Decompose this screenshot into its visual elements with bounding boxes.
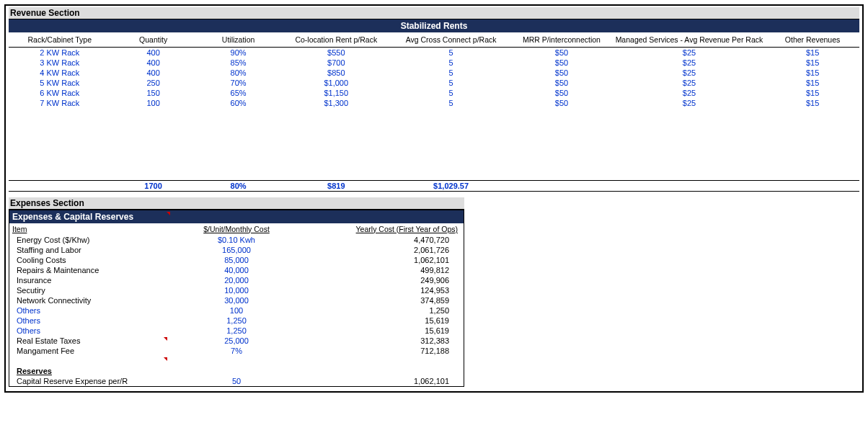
revenue-section-title: Revenue Section <box>9 7 859 19</box>
expense-year: 2,061,726 <box>305 245 464 255</box>
header-item: Item <box>9 223 169 235</box>
cell-other: $15 <box>766 48 859 58</box>
expense-year: 15,619 <box>305 316 464 326</box>
cell-rack: 5 KW Rack <box>9 78 111 88</box>
expense-year: 712,188 <box>305 346 464 356</box>
total-cross: $1,029.57 <box>391 180 510 191</box>
expense-row: Energy Cost ($/Khw)$0.10 Kwh4,470,720 <box>9 235 464 245</box>
expenses-header-row: Item $/Unit/Monthly Cost Yearly Cost (Fi… <box>9 223 464 235</box>
header-util: Utilization <box>196 32 281 48</box>
cell-util: 60% <box>196 98 281 108</box>
cell-colo: $1,000 <box>281 78 391 88</box>
reserves-header-row: Reserves <box>9 366 464 376</box>
cell-cross: 5 <box>391 98 510 108</box>
expense-year: 249,906 <box>305 275 464 285</box>
cell-qty: 150 <box>111 88 196 98</box>
expense-label: Secutiry <box>9 285 169 295</box>
expense-label: Mangament Fee <box>9 346 169 356</box>
expense-cost: 85,000 <box>169 255 305 265</box>
expense-cost: 25,000 <box>169 336 305 346</box>
header-rack: Rack/Cabinet Type <box>9 32 111 48</box>
revenue-row: 3 KW Rack40085%$7005$50$25$15 <box>9 58 859 68</box>
revenue-totals-row: 1700 80% $819 $1,029.57 <box>9 180 859 191</box>
cell-mrr: $50 <box>510 58 613 68</box>
expense-year: 1,250 <box>305 305 464 316</box>
expense-label: Others <box>9 316 169 326</box>
header-cost: $/Unit/Monthly Cost <box>169 223 305 235</box>
cell-rack: 7 KW Rack <box>9 98 111 108</box>
cell-managed: $25 <box>613 98 766 108</box>
reserve-row: Capital Reserve Expense per/R 50 1,062,1… <box>9 376 464 386</box>
reserve-label: Capital Reserve Expense per/R <box>9 376 169 386</box>
expense-year: 499,812 <box>305 265 464 275</box>
header-other: Other Revenues <box>766 32 859 48</box>
total-util: 80% <box>196 180 281 191</box>
reserves-header: Reserves <box>9 366 169 376</box>
expense-cost: 10,000 <box>169 285 305 295</box>
revenue-row: 2 KW Rack40090%$5505$50$25$15 <box>9 48 859 58</box>
revenue-row: 5 KW Rack25070%$1,0005$50$25$15 <box>9 78 859 88</box>
cell-managed: $25 <box>613 58 766 68</box>
expense-cost: 1,250 <box>169 326 305 336</box>
comment-marker-icon <box>164 210 172 220</box>
expense-label: Network Connectivity <box>9 295 169 305</box>
expense-label: Repairs & Maintenance <box>9 265 169 275</box>
cell-mrr: $50 <box>510 68 613 78</box>
stabilized-rents-banner: Stabilized Rents <box>9 19 859 32</box>
header-mrr: MRR P/interconnection <box>510 32 613 48</box>
cell-rack: 3 KW Rack <box>9 58 111 68</box>
cell-colo: $550 <box>281 48 391 58</box>
cell-other: $15 <box>766 88 859 98</box>
expense-row: Staffing and Labor165,0002,061,726 <box>9 245 464 255</box>
expense-cost: 100 <box>169 305 305 316</box>
expense-label: Insurance <box>9 275 169 285</box>
cell-managed: $25 <box>613 68 766 78</box>
reserve-cost: 50 <box>169 376 305 386</box>
comment-marker-row <box>9 356 464 362</box>
expense-row: Cooling Costs85,0001,062,101 <box>9 255 464 265</box>
cell-mrr: $50 <box>510 78 613 88</box>
cell-other: $15 <box>766 98 859 108</box>
cell-colo: $850 <box>281 68 391 78</box>
expense-year: 4,470,720 <box>305 235 464 245</box>
cell-cross: 5 <box>391 78 510 88</box>
reserve-year: 1,062,101 <box>305 376 464 386</box>
total-qty: 1700 <box>111 180 196 191</box>
expense-year: 15,619 <box>305 326 464 336</box>
cell-other: $15 <box>766 78 859 88</box>
expense-label: Real Estate Taxes <box>9 336 169 346</box>
cell-managed: $25 <box>613 78 766 88</box>
cell-colo: $1,300 <box>281 98 391 108</box>
cell-rack: 6 KW Rack <box>9 88 111 98</box>
cell-cross: 5 <box>391 48 510 58</box>
cell-rack: 4 KW Rack <box>9 68 111 78</box>
expense-row: Insurance20,000249,906 <box>9 275 464 285</box>
expense-cost: 165,000 <box>169 245 305 255</box>
cell-qty: 400 <box>111 58 196 68</box>
cell-other: $15 <box>766 68 859 78</box>
expense-row: Others1,25015,619 <box>9 316 464 326</box>
revenue-header-row: Rack/Cabinet Type Quantity Utilization C… <box>9 32 859 48</box>
revenue-gap <box>9 108 859 180</box>
expense-row: Real Estate Taxes25,000312,383 <box>9 336 464 346</box>
total-colo: $819 <box>281 180 391 191</box>
cell-qty: 400 <box>111 68 196 78</box>
cell-mrr: $50 <box>510 48 613 58</box>
revenue-table: Rack/Cabinet Type Quantity Utilization C… <box>9 32 859 192</box>
revenue-row: 4 KW Rack40080%$8505$50$25$15 <box>9 68 859 78</box>
expenses-section: Expenses Section Expenses & Capital Rese… <box>9 197 464 387</box>
expense-cost: 7% <box>169 346 305 356</box>
expenses-section-title: Expenses Section <box>9 197 464 210</box>
cell-mrr: $50 <box>510 88 613 98</box>
expense-cost: 20,000 <box>169 275 305 285</box>
cell-managed: $25 <box>613 48 766 58</box>
expense-year: 1,062,101 <box>305 255 464 265</box>
expense-year: 374,859 <box>305 295 464 305</box>
expenses-banner: Expenses & Capital Reserves <box>9 210 464 223</box>
cell-other: $15 <box>766 58 859 68</box>
expense-cost: $0.10 Kwh <box>169 235 305 245</box>
revenue-section: Revenue Section Stabilized Rents Rack/Ca… <box>9 7 859 192</box>
expenses-table: Item $/Unit/Monthly Cost Yearly Cost (Fi… <box>9 223 464 386</box>
expense-row: Others1001,250 <box>9 305 464 316</box>
expense-cost: 30,000 <box>169 295 305 305</box>
